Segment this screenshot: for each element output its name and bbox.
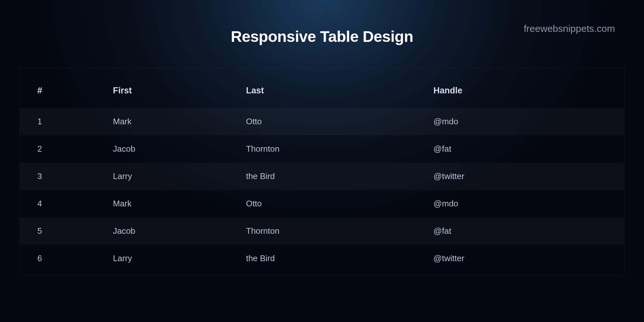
table-header-row: # First Last Handle: [20, 78, 624, 108]
table-cell-handle: @fat: [416, 135, 624, 163]
table-row: 3Larrythe Bird@twitter: [20, 163, 624, 190]
table-container: # First Last Handle 1MarkOtto@mdo2JacobT…: [19, 68, 625, 276]
table-row: 1MarkOtto@mdo: [20, 108, 624, 135]
table-header-handle: Handle: [416, 78, 624, 108]
table-cell-last: Otto: [228, 190, 416, 217]
table-cell-first: Mark: [95, 190, 228, 217]
table-cell-first: Mark: [95, 108, 228, 135]
table-cell-last: the Bird: [228, 163, 416, 190]
table-cell-num: 5: [20, 217, 95, 245]
table-cell-last: Thornton: [228, 217, 416, 245]
table-cell-num: 6: [20, 245, 95, 272]
data-table: # First Last Handle 1MarkOtto@mdo2JacobT…: [20, 78, 624, 272]
table-cell-first: Jacob: [95, 135, 228, 163]
table-cell-handle: @mdo: [416, 108, 624, 135]
table-cell-num: 4: [20, 190, 95, 217]
table-header-last: Last: [228, 78, 416, 108]
table-cell-handle: @fat: [416, 217, 624, 245]
table-cell-first: Larry: [95, 245, 228, 272]
table-header-first: First: [95, 78, 228, 108]
watermark-text: freewebsnippets.com: [524, 23, 615, 34]
table-cell-first: Larry: [95, 163, 228, 190]
table-cell-last: Otto: [228, 108, 416, 135]
table-cell-handle: @twitter: [416, 163, 624, 190]
table-cell-num: 1: [20, 108, 95, 135]
table-cell-first: Jacob: [95, 217, 228, 245]
table-cell-handle: @mdo: [416, 190, 624, 217]
table-cell-num: 2: [20, 135, 95, 163]
page-title: Responsive Table Design: [0, 0, 644, 45]
table-cell-num: 3: [20, 163, 95, 190]
table-header-num: #: [20, 78, 95, 108]
table-row: 5JacobThornton@fat: [20, 217, 624, 245]
table-row: 2JacobThornton@fat: [20, 135, 624, 163]
table-cell-handle: @twitter: [416, 245, 624, 272]
table-cell-last: Thornton: [228, 135, 416, 163]
table-row: 6Larrythe Bird@twitter: [20, 245, 624, 272]
table-cell-last: the Bird: [228, 245, 416, 272]
table-row: 4MarkOtto@mdo: [20, 190, 624, 217]
